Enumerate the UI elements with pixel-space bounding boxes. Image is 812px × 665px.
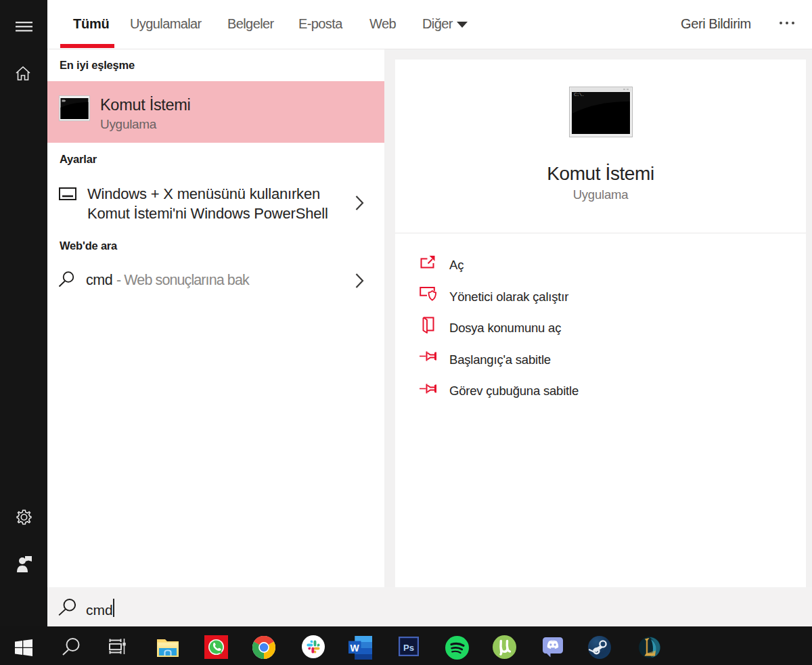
svg-text:Ps: Ps [403,643,414,653]
svg-text:W: W [351,643,360,653]
svg-text:C:\.: C:\. [574,91,584,97]
